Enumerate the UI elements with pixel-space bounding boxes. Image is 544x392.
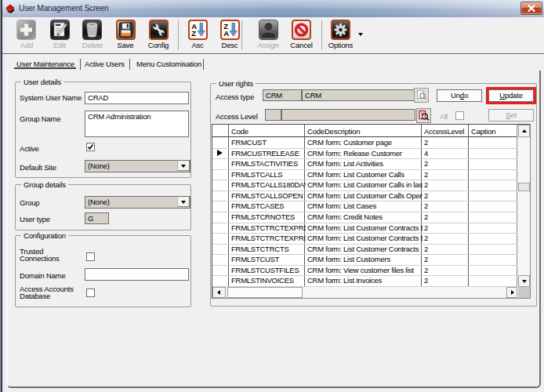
svg-text:Z: Z — [191, 29, 196, 38]
svg-text:A: A — [223, 29, 229, 38]
